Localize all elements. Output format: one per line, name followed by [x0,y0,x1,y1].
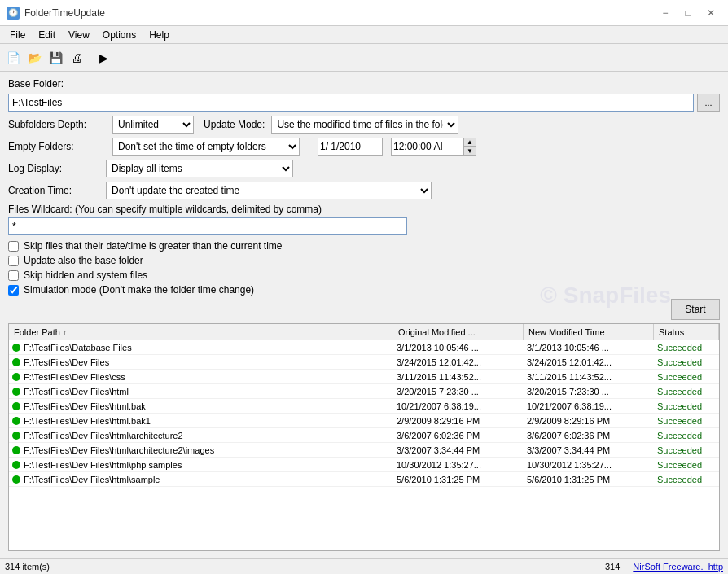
spin-down[interactable]: ▼ [463,147,476,156]
path-text: F:\TestFiles\Dev Files\css [24,372,125,382]
cell-new: 3/3/2007 3:34:44 PM [524,443,654,457]
table-row[interactable]: F:\TestFiles\Dev Files\html\sample 5/6/2… [9,472,719,487]
update-base-checkbox[interactable] [8,256,19,266]
update-mode-select[interactable]: Use the modified time of files in the fo… [271,116,458,134]
toolbar-start[interactable]: ▶ [94,48,113,68]
menu-file[interactable]: File [3,28,32,42]
checkbox2-row: Update also the base folder [8,255,720,266]
title-bar-controls: − □ ✕ [655,2,721,24]
status-bar-right: 314 NirSoft Freeware. http [605,562,723,572]
table-row[interactable]: F:\TestFiles\Dev Files\html\architecture… [9,428,719,443]
app-title: FolderTimeUpdate [24,7,105,19]
menu-edit[interactable]: Edit [32,28,62,42]
menu-bar: File Edit View Options Help [0,26,728,44]
cell-original: 3/24/2015 12:01:42... [393,355,524,369]
browse-button[interactable]: ... [697,94,720,112]
log-display-select[interactable]: Display all items Display errors only Do… [106,160,293,177]
skip-future-label[interactable]: Skip files that their date/time is great… [24,240,282,252]
simulation-mode-label[interactable]: Simulation mode (Don't make the folder t… [24,284,254,296]
app-icon: 🕐 [7,7,20,20]
status-dot [12,475,20,484]
subfolders-depth-select[interactable]: Unlimited 123 [112,116,194,134]
toolbar-save[interactable]: 💾 [46,48,65,68]
simulation-mode-checkbox[interactable] [8,285,19,296]
empty-time-input[interactable] [391,138,464,156]
base-folder-input-row: ... [8,94,720,112]
start-button[interactable]: Start [671,299,720,320]
cell-original: 10/21/2007 6:38:19... [393,399,524,413]
toolbar: 📄 📂 💾 🖨 ▶ [0,44,728,72]
close-button[interactable]: ✕ [700,2,721,24]
maximize-button[interactable]: □ [678,2,699,24]
cell-status: Succeeded [654,399,719,413]
base-folder-label: Base Folder: [8,78,106,90]
minimize-button[interactable]: − [655,2,676,24]
menu-help[interactable]: Help [143,28,176,42]
cell-new: 3/20/2015 7:23:30 ... [524,384,654,398]
log-display-label: Log Display: [8,163,106,174]
table-row[interactable]: F:\TestFiles\Dev Files\html.bak 10/21/20… [9,399,719,414]
col-header-path[interactable]: Folder Path ↑ [9,324,393,340]
table-row[interactable]: F:\TestFiles\Dev Files\css 3/11/2015 11:… [9,370,719,384]
empty-folders-select[interactable]: Don't set the time of empty folders Set … [112,138,300,156]
status-bar: 314 item(s) 314 NirSoft Freeware. http [0,558,728,574]
spin-up[interactable]: ▲ [463,138,476,147]
creation-time-select[interactable]: Don't update the created time Update the… [106,182,432,199]
col-new-label: New Modified Time [528,327,605,337]
table-row[interactable]: F:\TestFiles\Dev Files\html.bak1 2/9/200… [9,414,719,428]
results-header: Folder Path ↑ Original Modified ... New … [9,324,719,340]
table-row[interactable]: F:\TestFiles\Dev Files\html\architecture… [9,443,719,458]
cell-status: Succeeded [654,384,719,398]
col-status-label: Status [659,327,684,337]
table-row[interactable]: F:\TestFiles\Database Files 3/1/2013 10:… [9,340,719,355]
cell-status: Succeeded [654,370,719,383]
cell-status: Succeeded [654,458,719,471]
time-spinner[interactable]: ▲ ▼ [463,138,476,156]
toolbar-print[interactable]: 🖨 [67,48,86,68]
creation-time-label: Creation Time: [8,185,106,196]
col-header-original[interactable]: Original Modified ... [393,324,524,340]
subfolders-label: Subfolders Depth: [8,119,106,130]
checkbox4-row: Simulation mode (Don't make the folder t… [8,284,720,296]
nirsoft-link[interactable]: NirSoft Freeware. http [633,562,723,572]
table-row[interactable]: F:\TestFiles\Dev Files 3/24/2015 12:01:4… [9,355,719,370]
table-row[interactable]: F:\TestFiles\Dev Files\html\php samples … [9,458,719,472]
path-text: F:\TestFiles\Dev Files\html\php samples [24,460,182,470]
skip-hidden-label[interactable]: Skip hidden and system files [24,269,147,281]
path-text: F:\TestFiles\Dev Files\html [24,387,129,397]
wildcard-label: Files Wildcard: (You can specify multipl… [8,204,720,215]
skip-future-checkbox[interactable] [8,241,19,252]
cell-path: F:\TestFiles\Dev Files\html\php samples [9,458,393,471]
status-dot [12,446,20,454]
wildcard-input[interactable] [8,217,407,235]
menu-options[interactable]: Options [96,28,143,42]
table-row[interactable]: F:\TestFiles\Dev Files\html 3/20/2015 7:… [9,384,719,399]
menu-view[interactable]: View [62,28,96,42]
cell-original: 3/11/2015 11:43:52... [393,370,524,383]
skip-hidden-checkbox[interactable] [8,270,19,281]
col-header-status[interactable]: Status [654,324,719,340]
cell-new: 3/11/2015 11:43:52... [524,370,654,383]
status-dot [12,344,20,352]
toolbar-open[interactable]: 📂 [24,48,44,68]
cell-path: F:\TestFiles\Dev Files [9,355,393,369]
update-base-label[interactable]: Update also the base folder [24,255,143,266]
title-bar-left: 🕐 FolderTimeUpdate [7,7,105,20]
log-display-row: Log Display: Display all items Display e… [8,160,720,177]
cell-path: F:\TestFiles\Dev Files\html.bak [9,399,393,413]
col-header-new[interactable]: New Modified Time [524,324,654,340]
cell-original: 5/6/2010 1:31:25 PM [393,472,524,486]
checkbox1-row: Skip files that their date/time is great… [8,240,720,252]
toolbar-new[interactable]: 📄 [3,48,23,68]
date-spin-group: ▲ ▼ [391,138,476,156]
toolbar-separator [90,50,90,66]
empty-folders-row: Empty Folders: Don't set the time of emp… [8,138,720,156]
cell-status: Succeeded [654,443,719,457]
status-count: 314 [605,562,620,572]
wildcard-input-row [8,217,720,240]
base-folder-input[interactable] [8,94,694,112]
cell-original: 3/20/2015 7:23:30 ... [393,384,524,398]
status-dot [12,373,20,381]
cell-status: Succeeded [654,340,719,354]
empty-date-input[interactable] [318,138,383,156]
